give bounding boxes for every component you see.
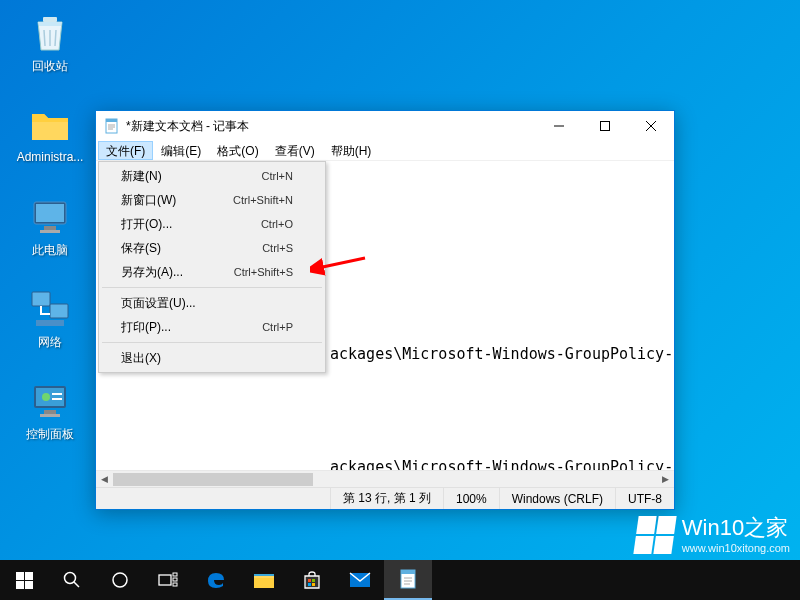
edge-button[interactable] [192,560,240,600]
svg-point-10 [42,393,50,401]
menu-item-open[interactable]: 打开(O)... Ctrl+O [101,212,323,236]
svg-rect-21 [601,122,610,131]
svg-rect-36 [254,578,274,588]
svg-rect-3 [44,226,56,230]
menu-format[interactable]: 格式(O) [209,141,266,160]
menu-item-new[interactable]: 新建(N) Ctrl+N [101,164,323,188]
menu-help[interactable]: 帮助(H) [323,141,380,160]
menu-item-new-window[interactable]: 新窗口(W) Ctrl+Shift+N [101,188,323,212]
taskview-button[interactable] [144,560,192,600]
mail-button[interactable] [336,560,384,600]
explorer-button[interactable] [240,560,288,600]
svg-point-29 [65,573,76,584]
menu-item-save-as[interactable]: 另存为(A)... Ctrl+Shift+S [101,260,323,284]
svg-rect-33 [173,573,177,576]
cortana-button[interactable] [96,560,144,600]
status-spacer [96,488,330,509]
svg-rect-4 [40,230,60,233]
scroll-track[interactable] [113,471,657,488]
watermark-title: Win10之家 [682,515,790,541]
svg-rect-44 [401,570,415,574]
scroll-thumb[interactable] [113,473,313,486]
desktop-icon-label: 回收站 [12,58,88,75]
desktop-icon-label: Administra... [12,150,88,164]
notepad-icon [104,118,120,134]
svg-rect-35 [173,583,177,586]
notepad-taskbar-button[interactable] [384,560,432,600]
scroll-left-icon[interactable]: ◀ [96,471,113,488]
svg-rect-27 [16,581,24,589]
horizontal-scrollbar[interactable]: ◀ ▶ [96,470,674,487]
search-button[interactable] [48,560,96,600]
desktop-icon-recycle-bin[interactable]: 回收站 [12,8,88,75]
svg-rect-7 [36,320,64,326]
menu-edit[interactable]: 编辑(E) [153,141,209,160]
start-button[interactable] [0,560,48,600]
titlebar[interactable]: *新建文本文档 - 记事本 [96,111,674,141]
svg-rect-37 [254,574,274,576]
svg-rect-26 [25,572,33,580]
statusbar: 第 13 行, 第 1 列 100% Windows (CRLF) UTF-8 [96,487,674,509]
folder-icon [26,100,74,148]
notepad-window: *新建文本文档 - 记事本 文件(F) 编辑(E) 格式(O) 查看(V) 帮助… [95,110,675,510]
svg-rect-28 [25,581,33,589]
menu-item-page-setup[interactable]: 页面设置(U)... [101,291,323,315]
status-position: 第 13 行, 第 1 列 [330,488,443,509]
svg-rect-41 [312,583,315,586]
desktop-icon-label: 网络 [12,334,88,351]
svg-rect-13 [44,410,56,414]
windows-logo-icon [633,516,676,554]
menubar: 文件(F) 编辑(E) 格式(O) 查看(V) 帮助(H) 新建(N) Ctrl… [96,141,674,161]
menu-file[interactable]: 文件(F) [98,141,153,160]
watermark-url: www.win10xitong.com [682,542,790,555]
desktop-icon-network[interactable]: 网络 [12,284,88,351]
maximize-button[interactable] [582,111,628,141]
window-title: *新建文本文档 - 记事本 [126,118,536,135]
status-encoding: UTF-8 [615,488,674,509]
svg-rect-2 [36,204,64,222]
desktop-icon-admin-folder[interactable]: Administra... [12,100,88,164]
control-panel-icon [26,376,74,424]
svg-rect-32 [159,575,171,585]
svg-rect-40 [308,583,311,586]
svg-rect-0 [43,17,57,22]
menu-item-exit[interactable]: 退出(X) [101,346,323,370]
svg-point-31 [113,573,127,587]
watermark: Win10之家 www.win10xitong.com [636,515,790,555]
close-button[interactable] [628,111,674,141]
scroll-right-icon[interactable]: ▶ [657,471,674,488]
desktop-icon-label: 控制面板 [12,426,88,443]
network-icon [26,284,74,332]
store-button[interactable] [288,560,336,600]
recycle-bin-icon [26,8,74,56]
svg-rect-6 [50,304,68,318]
minimize-button[interactable] [536,111,582,141]
svg-rect-34 [173,578,177,581]
menu-separator [102,342,322,343]
svg-line-30 [74,582,79,587]
menu-item-save[interactable]: 保存(S) Ctrl+S [101,236,323,260]
svg-rect-25 [16,572,24,580]
menu-item-print[interactable]: 打印(P)... Ctrl+P [101,315,323,339]
svg-rect-14 [40,414,60,417]
desktop-icon-this-pc[interactable]: 此电脑 [12,192,88,259]
file-menu-dropdown: 新建(N) Ctrl+N 新窗口(W) Ctrl+Shift+N 打开(O)..… [98,161,326,373]
svg-rect-5 [32,292,50,306]
svg-rect-38 [308,579,311,582]
svg-rect-11 [52,393,62,395]
taskbar [0,560,800,600]
desktop-icon-label: 此电脑 [12,242,88,259]
menu-view[interactable]: 查看(V) [267,141,323,160]
desktop-icon-control-panel[interactable]: 控制面板 [12,376,88,443]
this-pc-icon [26,192,74,240]
status-zoom: 100% [443,488,499,509]
menu-separator [102,287,322,288]
status-line-ending: Windows (CRLF) [499,488,615,509]
svg-rect-12 [52,398,62,400]
svg-rect-16 [106,119,117,122]
svg-rect-39 [312,579,315,582]
